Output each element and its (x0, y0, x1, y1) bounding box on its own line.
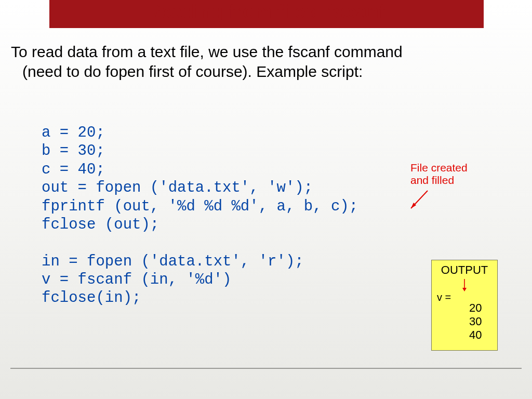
annotation-text: File created and filled (410, 162, 468, 187)
intro-text: To read data from a text file, we use th… (11, 42, 421, 81)
svg-marker-3 (462, 288, 467, 291)
output-heading: OUTPUT (437, 263, 492, 277)
output-box: OUTPUT v = 20 30 40 (431, 260, 498, 351)
output-value: 40 (469, 328, 492, 342)
arrow-down-icon (459, 278, 470, 292)
output-value: 30 (469, 315, 492, 328)
divider (10, 368, 522, 369)
output-value: 20 (469, 301, 492, 315)
output-values: 20 30 40 (437, 301, 492, 342)
page-title: Reading from files: fscanf (0, 1, 532, 23)
code-block: a = 20; b = 30; c = 40; out = fopen ('da… (42, 124, 358, 308)
arrow-icon (407, 189, 430, 212)
